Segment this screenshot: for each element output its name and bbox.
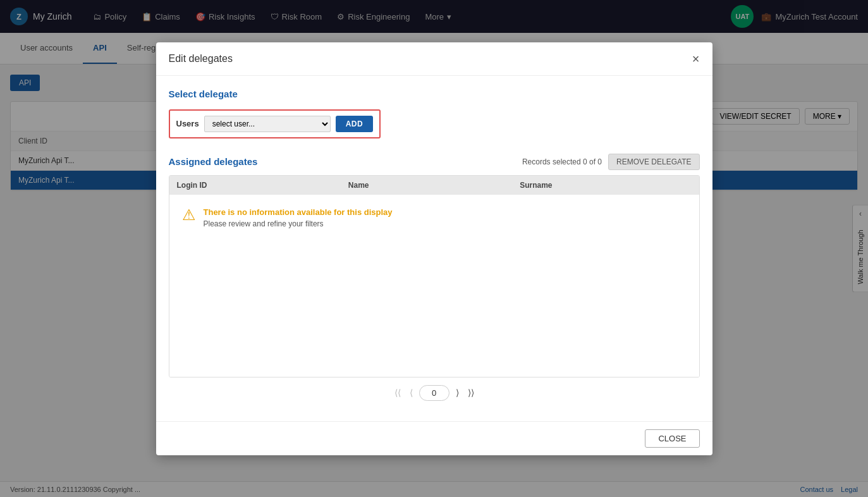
add-button[interactable]: ADD [336, 116, 374, 132]
modal-header: Edit delegates × [156, 42, 712, 76]
select-delegate-title: Select delegate [169, 89, 700, 99]
delegates-table-body: ⚠ There is no information available for … [169, 195, 699, 202]
modal-title: Edit delegates [169, 53, 233, 64]
users-label: Users [176, 119, 199, 128]
users-row: Users select user... ADD [169, 109, 381, 138]
assigned-delegates-header: Assigned delegates Records selected 0 of… [169, 154, 700, 170]
delegates-table: Login ID Name Surname ⚠ There is no info… [169, 175, 700, 202]
modal-close-button[interactable]: × [692, 52, 700, 65]
delegates-table-header: Login ID Name Surname [169, 176, 699, 195]
name-header: Name [348, 181, 520, 190]
login-id-header: Login ID [177, 181, 348, 190]
modal-body: Select delegate Users select user... ADD… [156, 76, 712, 202]
surname-header: Surname [520, 181, 691, 190]
users-select[interactable]: select user... [204, 116, 331, 132]
edit-delegates-modal: Edit delegates × Select delegate Users s… [156, 42, 712, 202]
records-info: Records selected 0 of 0 [522, 157, 602, 166]
remove-delegate-button[interactable]: REMOVE DELEGATE [608, 154, 699, 170]
assigned-delegates-title: Assigned delegates [169, 156, 258, 167]
no-data-message: ⚠ There is no information available for … [169, 195, 699, 202]
modal-overlay: Edit delegates × Select delegate Users s… [0, 0, 868, 201]
